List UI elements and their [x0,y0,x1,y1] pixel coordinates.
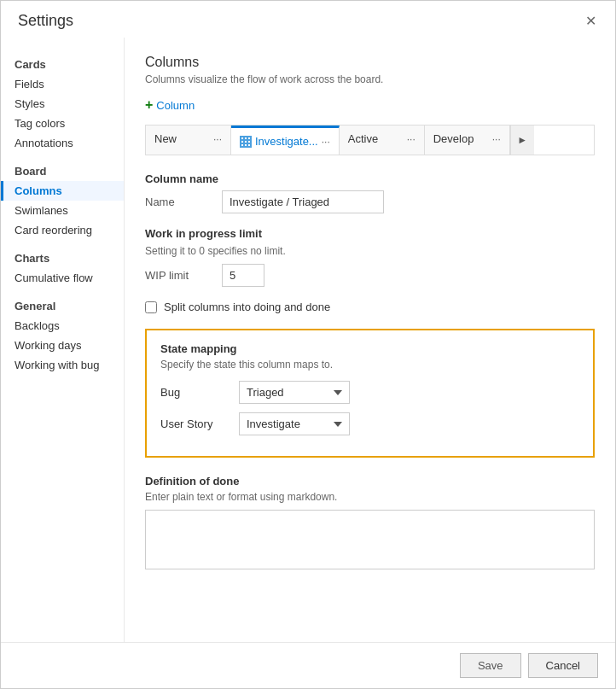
split-columns-row: Split columns into doing and done [145,301,595,313]
section-title: Columns [145,55,595,70]
col-tabs-scroll-right[interactable]: ► [510,126,534,155]
state-select-userstory[interactable]: Investigate Active New Resolved [239,412,350,435]
wip-desc: Setting it to 0 specifies no limit. [145,245,595,257]
state-mapping-box: State mapping Specify the state this col… [145,329,595,458]
col-tab-develop-menu[interactable]: ··· [492,133,501,145]
col-tab-develop[interactable]: Develop ··· [425,126,510,155]
main-content: Columns Columns visualize the flow of wo… [125,38,615,642]
cancel-button[interactable]: Cancel [528,653,598,678]
dialog-footer: Save Cancel [1,642,615,688]
col-tab-new-menu[interactable]: ··· [213,133,222,145]
wip-row: WIP limit [145,264,595,287]
name-row: Name [145,190,595,213]
sidebar-section-cards: Cards [1,46,124,74]
plus-icon: + [145,97,153,113]
settings-dialog: Settings ✕ Cards Fields Styles Tag color… [0,0,616,689]
state-mapping-desc: Specify the state this column maps to. [160,359,579,371]
col-tab-active[interactable]: Active ··· [340,126,425,155]
wip-field-label: WIP limit [145,269,213,282]
state-row-userstory-label: User Story [160,417,229,430]
sidebar-item-annotations[interactable]: Annotations [1,133,124,153]
sidebar-section-general: General [1,288,124,316]
sidebar-item-working-days[interactable]: Working days [1,336,124,355]
sidebar-item-cumulative-flow[interactable]: Cumulative flow [1,268,124,288]
col-tab-new-label: New [154,132,177,145]
sidebar-section-board: Board [1,153,124,181]
dod-textarea[interactable] [145,510,595,569]
sidebar-item-card-reordering[interactable]: Card reordering [1,220,124,240]
sidebar-item-swimlanes[interactable]: Swimlanes [1,201,124,220]
col-tab-active-label: Active [348,132,378,145]
state-row-bug: Bug Triaged Active New Resolved [160,381,579,404]
sidebar-section-charts: Charts [1,240,124,268]
col-tab-new[interactable]: New ··· [146,126,231,155]
dialog-body: Cards Fields Styles Tag colors Annotatio… [1,38,615,642]
sidebar-item-working-with-bug[interactable]: Working with bug [1,355,124,375]
grid-icon [240,136,252,148]
col-tab-active-menu[interactable]: ··· [407,133,416,145]
column-tabs: New ··· Investigate... ··· Ac [145,125,595,155]
sidebar-item-backlogs[interactable]: Backlogs [1,316,124,336]
sidebar: Cards Fields Styles Tag colors Annotatio… [1,38,125,642]
dialog-title: Settings [18,12,73,30]
title-bar: Settings ✕ [1,1,615,38]
section-desc: Columns visualize the flow of work acros… [145,73,595,85]
add-column-button[interactable]: + Column [145,97,195,113]
split-columns-label: Split columns into doing and done [164,301,330,313]
state-row-bug-label: Bug [160,386,229,399]
col-tab-develop-label: Develop [433,132,474,145]
sidebar-item-styles[interactable]: Styles [1,94,124,114]
name-field-label: Name [145,196,213,208]
col-tab-investigate-menu[interactable]: ··· [322,136,330,148]
dod-section: Definition of done Enter plain text or f… [145,475,595,572]
column-name-section: Column name Name [145,172,595,213]
state-select-bug[interactable]: Triaged Active New Resolved [239,381,350,404]
add-column-label: Column [156,99,195,112]
wip-section-label: Work in progress limit [145,227,595,240]
sidebar-item-columns[interactable]: Columns [1,181,124,201]
col-tab-investigate-label: Investigate... [240,135,318,148]
wip-section: Work in progress limit Setting it to 0 s… [145,227,595,287]
col-tab-investigate[interactable]: Investigate... ··· [231,126,340,155]
split-columns-checkbox[interactable] [145,301,157,313]
close-button[interactable]: ✕ [580,11,601,31]
sidebar-item-fields[interactable]: Fields [1,74,124,94]
wip-input[interactable] [222,264,264,287]
state-row-userstory: User Story Investigate Active New Resolv… [160,412,579,435]
dod-desc: Enter plain text or format using markdow… [145,491,595,503]
name-input[interactable] [222,190,384,213]
save-button[interactable]: Save [460,653,521,678]
sidebar-item-tag-colors[interactable]: Tag colors [1,114,124,133]
dod-label: Definition of done [145,475,595,488]
state-mapping-title: State mapping [160,342,579,355]
column-name-label: Column name [145,172,595,185]
